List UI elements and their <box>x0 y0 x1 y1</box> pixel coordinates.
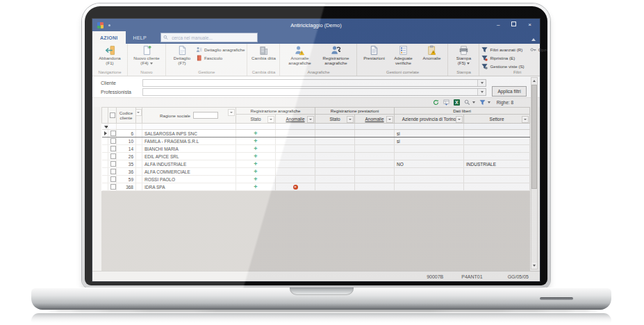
adeguate-verifiche-button[interactable]: Adeguate verifiche <box>388 44 418 66</box>
row-checkbox[interactable] <box>108 168 117 176</box>
gestione-viste-button[interactable]: Gestione viste (S) <box>481 62 524 69</box>
ribbon-group-cambia-ditta: Cambia ditta Cambia ditta <box>247 44 280 76</box>
ragione-sociale-label: Ragione sociale <box>160 113 190 118</box>
checkbox-icon <box>110 138 116 144</box>
applica-filtri-button[interactable]: Applica filtri <box>492 86 527 97</box>
restore-button[interactable] <box>511 22 516 28</box>
row-checkbox[interactable] <box>108 160 117 168</box>
chevron-down-icon[interactable] <box>347 116 354 123</box>
select-all-header[interactable] <box>108 108 117 124</box>
filter-icon <box>481 47 488 53</box>
ribbon-group-anagrafiche: Anomalie anagrafiche Registrazione anagr… <box>280 44 357 76</box>
chevron-down-icon[interactable] <box>386 116 393 123</box>
professionista-input[interactable] <box>143 89 477 95</box>
col-codice-cliente[interactable]: Codice cliente <box>117 108 136 124</box>
stato-ok: + <box>236 153 276 160</box>
checkbox-icon <box>110 184 116 190</box>
fascicolo-button[interactable]: Fascicolo <box>196 54 245 61</box>
person-list-icon <box>196 47 202 53</box>
row-checkbox[interactable] <box>108 183 117 191</box>
ribbon-group-label: Nuovo <box>130 69 163 76</box>
cliente-label: Cliente <box>101 81 142 85</box>
minimize-button[interactable]: – <box>497 22 499 28</box>
anomalie-anagrafiche-button[interactable]: Anomalie anagrafiche <box>282 44 317 66</box>
col-settore[interactable]: Settore <box>464 115 530 124</box>
grid-toolbar: X Righe: 8 <box>92 97 540 107</box>
opzioni-label: Opzioni <box>538 47 547 52</box>
abbandona-button[interactable]: Abbandona (F1) <box>94 44 125 66</box>
checkbox-icon <box>110 169 116 174</box>
anomalie-button[interactable]: Anomalie <box>418 44 445 60</box>
status-code: 90007B <box>427 274 443 279</box>
col-rp-stato[interactable]: Stato <box>315 115 355 124</box>
laptop-vent <box>540 297 573 300</box>
search-input[interactable] <box>170 35 255 41</box>
refresh-button[interactable] <box>433 99 439 106</box>
checkbox-icon <box>110 131 116 136</box>
laptop-shadow <box>49 310 597 312</box>
ragione-search-input[interactable] <box>193 112 218 119</box>
stato-ok: + <box>236 138 276 145</box>
cliente-input[interactable] <box>143 80 477 86</box>
scroll-down-icon[interactable] <box>531 262 537 269</box>
chevron-down-icon[interactable] <box>267 116 274 123</box>
search-rows-button[interactable] <box>464 99 475 106</box>
table-row[interactable]: 368 IDRA SPA + × <box>102 183 530 191</box>
row-checkbox[interactable] <box>108 176 117 183</box>
vertical-scrollbar[interactable] <box>531 77 538 269</box>
row-checkbox[interactable] <box>108 145 117 153</box>
export-button[interactable] <box>443 99 449 106</box>
chevron-down-icon[interactable] <box>522 116 529 123</box>
chevron-down-icon[interactable] <box>477 89 486 95</box>
table-row[interactable]: 35 ALFA INDUSTRIALE + NO INDUSTRIALE <box>102 160 530 168</box>
dettaglio-anagrafiche-button[interactable]: Dettaglio anagrafiche <box>196 46 245 53</box>
collapse-ribbon-icon[interactable] <box>531 38 536 41</box>
scrollbar-thumb[interactable] <box>531 85 537 189</box>
filter-row[interactable] <box>102 124 530 130</box>
codice-dropdown[interactable] <box>136 108 142 124</box>
chevron-down-icon[interactable] <box>228 109 235 116</box>
chevron-down-icon[interactable] <box>307 116 314 123</box>
registrazione-anagrafiche-button[interactable]: Registrazione anagrafiche <box>317 44 354 66</box>
laptop-screen: Antiriciclaggio (Demo) – × AZIONI HELP <box>82 3 550 288</box>
row-checkbox[interactable] <box>108 130 117 138</box>
scroll-up-icon[interactable] <box>531 78 537 84</box>
table-row[interactable]: 6 SALSAROSSA INPS SNC + si <box>102 130 530 138</box>
prestazioni-button[interactable]: Prestazioni <box>359 44 388 60</box>
stato-ok: + <box>236 130 276 138</box>
search-icon <box>163 35 168 40</box>
col-ra-stato[interactable]: Stato <box>236 115 276 124</box>
table-row[interactable]: 59 ROSSI PAOLO + <box>102 176 530 183</box>
table-row[interactable]: 36 ALFA COMMERCIALE + <box>102 168 530 176</box>
col-rp-anomalie[interactable]: Anomalie <box>355 115 395 124</box>
table-row[interactable]: 10 FAMILA - FRAGEMA S.R.L + si <box>102 138 530 145</box>
filter-rows-button[interactable] <box>479 99 490 106</box>
stampa-button[interactable]: Stampa (F5) <box>450 44 477 66</box>
manual-search-box[interactable] <box>160 33 258 42</box>
document-icon <box>177 45 188 56</box>
tab-azioni[interactable]: AZIONI <box>92 31 126 44</box>
col-aziende-torino[interactable]: Aziende provincia di Torino <box>395 115 464 124</box>
row-checkbox[interactable] <box>108 138 117 145</box>
filtri-avanzati-button[interactable]: Filtri avanzati (R) <box>481 46 524 53</box>
col-ragione-sociale[interactable]: Ragione sociale <box>142 108 236 124</box>
chevron-down-icon[interactable] <box>456 116 463 123</box>
table-row[interactable]: 26 EDIL APICE SRL + <box>102 153 530 160</box>
dettaglio-button[interactable]: Dettaglio (F7) <box>168 44 196 66</box>
group-registrazione-anagrafiche: Registrazione anagrafiche <box>236 108 315 115</box>
row-checkbox[interactable] <box>108 153 117 160</box>
chevron-down-icon <box>150 62 153 65</box>
nuovo-cliente-button[interactable]: Nuovo cliente (F4) <box>130 44 163 66</box>
excel-export-button[interactable]: X <box>454 99 460 106</box>
opzioni-button[interactable]: Opzioni <box>530 46 547 53</box>
chevron-down-icon <box>472 101 475 103</box>
ripristina-button[interactable]: Ripristina (E) <box>481 54 524 61</box>
tab-help[interactable]: HELP <box>126 31 155 44</box>
ribbon-group-label: Stampa <box>450 69 477 76</box>
laptop-notch <box>290 288 354 295</box>
close-button[interactable]: × <box>528 22 531 28</box>
col-ra-anomalie[interactable]: Anomalie <box>276 115 315 124</box>
cambia-ditta-button[interactable]: Cambia ditta <box>249 44 277 60</box>
chevron-down-icon[interactable] <box>477 80 486 86</box>
table-row[interactable]: 14 BIANCHI MARIA + <box>102 145 530 153</box>
